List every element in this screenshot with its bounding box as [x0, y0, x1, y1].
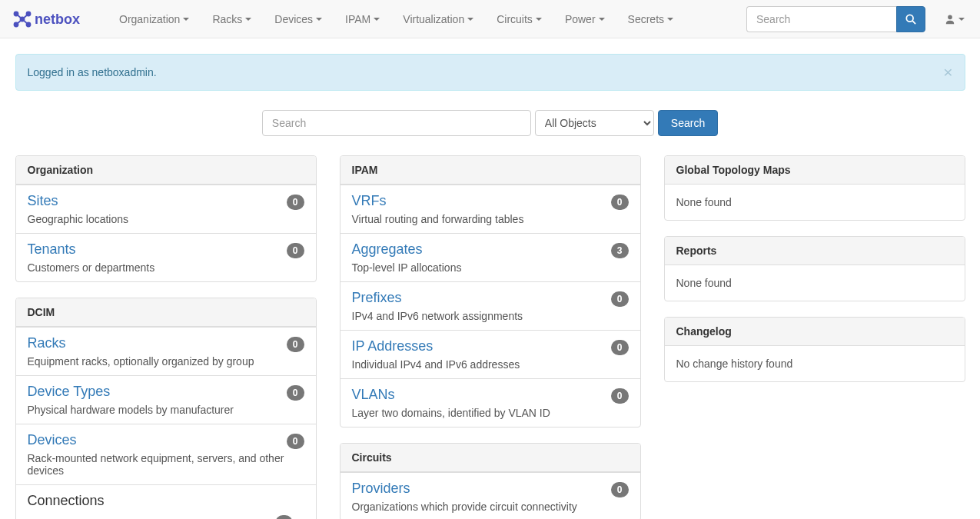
list-item-devices[interactable]: DevicesRack-mounted network equipment, s…: [16, 424, 316, 484]
list-item-desc: Equipment racks, optionally organized by…: [28, 355, 304, 368]
count-badge: 0: [611, 195, 629, 210]
navbar-search-form: [746, 6, 925, 32]
caret-down-icon: [667, 18, 673, 21]
list-item-desc: Physical hardware models by manufacturer: [28, 404, 304, 416]
list-item-vrfs[interactable]: VRFsVirtual routing and forwarding table…: [341, 185, 640, 233]
list-item-desc: Organizations which provide circuit conn…: [352, 501, 629, 513]
panel-dcim: DCIMRacksEquipment racks, optionally org…: [15, 298, 317, 519]
navbar-search-button[interactable]: [896, 6, 925, 32]
count-badge: 0: [275, 515, 293, 519]
svg-line-7: [22, 14, 28, 19]
caret-down-icon: [374, 18, 380, 21]
caret-down-icon: [958, 18, 965, 21]
user-icon: [945, 14, 955, 25]
list-item-title: Tenants: [28, 241, 304, 258]
list-item-title: VRFs: [352, 193, 629, 209]
count-badge: 0: [287, 195, 304, 210]
count-badge: 0: [611, 482, 629, 497]
list-item-title: Device Types: [28, 384, 304, 400]
count-badge: 0: [611, 388, 629, 404]
list-item-providers[interactable]: ProvidersOrganizations which provide cir…: [341, 472, 640, 519]
middle-column: IPAMVRFsVirtual routing and forwarding t…: [340, 155, 641, 519]
list-item-connections[interactable]: ConnectionsCables0: [16, 484, 316, 519]
nav-item-circuits[interactable]: Circuits: [485, 2, 553, 37]
main-search-button[interactable]: Search: [658, 110, 718, 136]
list-item-tenants[interactable]: TenantsCustomers or departments0: [16, 233, 316, 281]
list-item-sites[interactable]: SitesGeographic locations0: [16, 185, 316, 233]
svg-line-5: [16, 14, 22, 19]
list-item-title: Prefixes: [352, 290, 629, 306]
alert-close-button[interactable]: ×: [943, 64, 952, 80]
panel-global-topology-maps: Global Topology MapsNone found: [664, 155, 965, 221]
panel-changelog: ChangelogNo change history found: [664, 317, 965, 382]
nav-item-ipam[interactable]: IPAM: [334, 2, 391, 37]
user-menu[interactable]: [937, 2, 972, 36]
svg-point-12: [948, 15, 952, 19]
panel-body: None found: [665, 265, 965, 301]
list-item-vlans[interactable]: VLANsLayer two domains, identified by VL…: [341, 378, 640, 427]
main-search-form: All Objects Search: [15, 110, 965, 136]
nav-item-devices[interactable]: Devices: [263, 2, 334, 37]
list-item-desc: IPv4 and IPv6 network assignments: [352, 310, 629, 322]
caret-down-icon: [316, 18, 322, 21]
nav-item-power[interactable]: Power: [553, 2, 616, 37]
list-item-desc: Rack-mounted network equipment, servers,…: [28, 452, 304, 477]
netbox-logo-icon: netbox: [12, 8, 96, 31]
list-item-aggregates[interactable]: AggregatesTop-level IP allocations3: [341, 233, 640, 281]
count-badge: 0: [287, 434, 304, 449]
list-item-title: Racks: [28, 335, 304, 351]
caret-down-icon: [599, 18, 605, 21]
list-item-ip-addresses[interactable]: IP AddressesIndividual IPv4 and IPv6 add…: [341, 330, 640, 378]
count-badge: 0: [611, 340, 629, 355]
list-item-racks[interactable]: RacksEquipment racks, optionally organiz…: [16, 327, 316, 375]
navbar-search-input[interactable]: [746, 6, 896, 32]
list-item-title: Devices: [28, 432, 304, 448]
search-icon: [905, 14, 916, 25]
left-column: OrganizationSitesGeographic locations0Te…: [15, 155, 317, 519]
list-item-desc: Geographic locations: [28, 213, 304, 225]
list-item-prefixes[interactable]: PrefixesIPv4 and IPv6 network assignment…: [341, 281, 640, 330]
panel-heading: Circuits: [341, 444, 640, 472]
list-item-desc: Customers or departments: [28, 261, 304, 274]
panel-ipam: IPAMVRFsVirtual routing and forwarding t…: [340, 155, 641, 428]
nav-item-virtualization[interactable]: Virtualization: [391, 2, 485, 37]
panel-heading: IPAM: [341, 156, 640, 185]
count-badge: 0: [611, 291, 629, 307]
panel-heading: Changelog: [665, 318, 965, 346]
panel-body: No change history found: [665, 346, 965, 381]
list-item-desc: Top-level IP allocations: [352, 261, 629, 274]
panel-organization: OrganizationSitesGeographic locations0Te…: [15, 155, 317, 282]
panel-heading: DCIM: [16, 298, 316, 327]
panel-heading: Reports: [665, 237, 965, 265]
top-navbar: netbox Organization Racks Devices IPAM V…: [0, 0, 980, 38]
list-item-device-types[interactable]: Device TypesPhysical hardware models by …: [16, 375, 316, 424]
list-item-title: Aggregates: [352, 241, 629, 258]
count-badge: 0: [287, 337, 304, 352]
caret-down-icon: [467, 18, 473, 21]
list-item-title: IP Addresses: [352, 338, 629, 354]
caret-down-icon: [536, 18, 542, 21]
svg-text:netbox: netbox: [35, 12, 80, 27]
alert-text: Logged in as netboxadmin.: [28, 66, 157, 78]
list-item-title: VLANs: [352, 387, 629, 403]
count-badge: 0: [287, 243, 304, 258]
main-search-input[interactable]: [262, 110, 531, 136]
svg-line-11: [912, 21, 915, 24]
list-item-desc: Layer two domains, identified by VLAN ID: [352, 407, 629, 419]
sub-item-cables[interactable]: Cables0: [28, 513, 304, 519]
caret-down-icon: [183, 18, 189, 21]
right-column: Global Topology MapsNone foundReportsNon…: [664, 155, 965, 519]
panel-heading: Global Topology Maps: [665, 156, 965, 185]
count-badge: 0: [287, 385, 304, 401]
svg-line-6: [16, 19, 22, 25]
list-item-title: Providers: [352, 481, 629, 497]
nav-item-organization[interactable]: Organization: [108, 2, 201, 37]
list-item-title: Connections: [28, 493, 304, 509]
nav-item-racks[interactable]: Racks: [201, 2, 263, 37]
main-search-select[interactable]: All Objects: [535, 110, 654, 136]
nav-item-secrets[interactable]: Secrets: [616, 2, 685, 37]
caret-down-icon: [245, 18, 251, 21]
svg-line-8: [22, 19, 28, 25]
brand-logo[interactable]: netbox: [8, 8, 108, 31]
login-alert: Logged in as netboxadmin. ×: [15, 54, 965, 91]
